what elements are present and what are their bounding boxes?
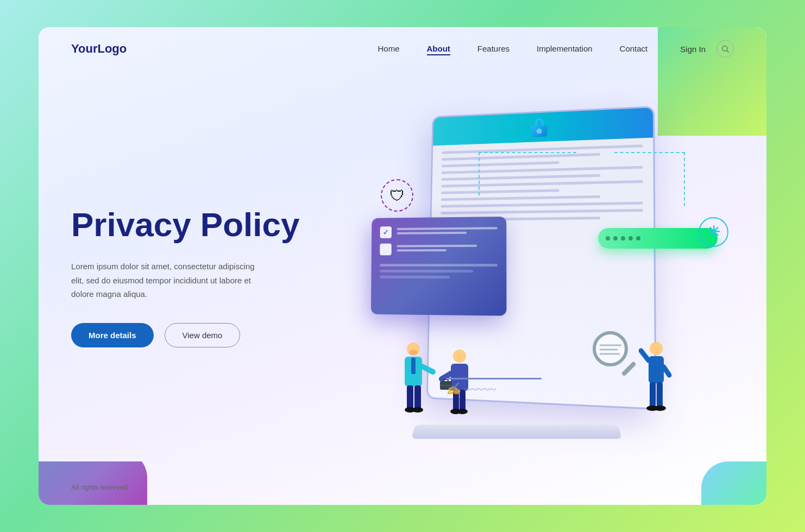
doc-line: [441, 209, 643, 214]
cb-line: [397, 227, 498, 230]
navbar: YourLogo Home About Features Implementat…: [39, 27, 766, 71]
password-dots: [606, 236, 640, 240]
cb-line: [397, 245, 477, 248]
asterisk-badge: ✳: [699, 217, 728, 247]
doc-line: [380, 264, 498, 267]
person-figure-3-wrapper: [639, 340, 674, 418]
platform-base: [411, 425, 621, 439]
doc-line: [380, 270, 474, 273]
more-details-button[interactable]: More details: [71, 323, 154, 347]
svg-line-27: [664, 367, 669, 375]
copyright-text: All rights reserved: [71, 483, 128, 491]
svg-point-23: [457, 409, 468, 414]
nav-item-about[interactable]: About: [427, 44, 450, 54]
checkbox-1: [380, 226, 392, 238]
signin-link[interactable]: Sign In: [680, 45, 706, 54]
asterisk-icon: ✳: [707, 223, 720, 241]
shield-badge: 🛡: [381, 179, 413, 212]
checkbox-row-1: [380, 225, 498, 238]
lock-body: [531, 125, 547, 137]
doc-line: [380, 276, 450, 278]
svg-rect-10: [414, 385, 421, 410]
svg-point-14: [453, 350, 466, 363]
doc-line: [441, 202, 643, 208]
signature-area: ✍ ~~~~~: [446, 378, 565, 396]
svg-point-12: [412, 407, 423, 413]
doc-line: [441, 195, 601, 201]
page-title: Privacy Policy: [71, 206, 321, 243]
checkbox-lines: [397, 227, 498, 236]
magnifier-content: [600, 341, 621, 357]
svg-rect-29: [657, 382, 663, 408]
nav-item-contact[interactable]: Contact: [620, 44, 648, 54]
svg-line-8: [422, 366, 433, 372]
magnifier-glass: [593, 331, 628, 366]
nav-item-home[interactable]: Home: [378, 44, 399, 54]
cb-line: [397, 232, 467, 235]
svg-point-13: [409, 350, 418, 355]
dashed-line-right: [614, 152, 685, 206]
footer: All rights reserved: [39, 483, 766, 505]
nav-item-implementation[interactable]: Implementation: [537, 44, 593, 54]
person-figure-1: [397, 339, 438, 418]
illustration: 🛡: [321, 71, 734, 483]
dashed-line-left: [479, 152, 576, 195]
svg-line-26: [641, 351, 649, 360]
main-card: YourLogo Home About Features Implementat…: [39, 27, 766, 505]
nav-links: Home About Features Implementation Conta…: [378, 44, 647, 54]
document-wrapper: 🛡: [370, 109, 685, 445]
checkbox-lines: [397, 245, 498, 254]
lock-shackle: [535, 118, 544, 125]
pw-dot: [606, 236, 610, 240]
main-content: Privacy Policy Lorem ipsum dolor sit ame…: [39, 71, 766, 483]
view-demo-button[interactable]: View demo: [165, 323, 241, 347]
left-content: Privacy Policy Lorem ipsum dolor sit ame…: [71, 206, 321, 347]
nav-item-features[interactable]: Features: [477, 44, 510, 54]
svg-line-1: [727, 50, 729, 53]
svg-point-24: [650, 342, 663, 355]
sig-line: [446, 378, 542, 379]
nav-right: Sign In: [680, 40, 734, 58]
pw-dot: [613, 236, 618, 240]
svg-rect-7: [411, 358, 416, 374]
pw-dot: [621, 236, 625, 240]
checkbox-2: [380, 244, 391, 256]
svg-point-31: [654, 406, 666, 411]
page-description: Lorem ipsum dolor sit amet, consectetur …: [71, 259, 267, 301]
magnifier-handle: [621, 361, 637, 376]
checkbox-row-2: [380, 243, 498, 255]
svg-rect-28: [650, 382, 656, 408]
magnifier: [593, 331, 642, 380]
button-group: More details View demo: [71, 323, 321, 347]
shield-icon: 🛡: [389, 187, 405, 205]
logo: YourLogo: [71, 42, 127, 56]
cb-line: [397, 249, 446, 251]
svg-rect-9: [407, 385, 413, 410]
checkbox-card: [371, 217, 507, 316]
pw-dot: [628, 236, 633, 240]
pw-dot: [636, 236, 640, 240]
search-button[interactable]: [716, 40, 734, 58]
svg-point-0: [722, 46, 727, 51]
person-figure-3: [639, 340, 674, 416]
signature-squiggle: ✍ ~~~~~: [446, 382, 565, 396]
search-icon: [721, 45, 729, 53]
lock-icon: [530, 117, 549, 137]
